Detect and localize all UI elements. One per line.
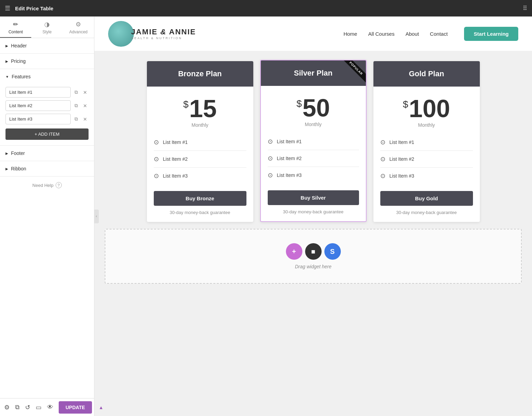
- style-icon: ◑: [44, 21, 50, 28]
- history-icon[interactable]: ↺: [25, 404, 30, 411]
- pricing-content: Bronze Plan $ 15 Monthly ⊙ List Item #1: [94, 51, 532, 416]
- card-header-gold: Gold Plan: [373, 61, 480, 87]
- section-features-label: Features: [12, 74, 31, 79]
- feature-row: ⊙ List Item #1: [380, 134, 473, 151]
- logo-circle: [108, 21, 134, 47]
- nav-about[interactable]: About: [405, 31, 419, 37]
- popular-badge: POPULAR: [342, 60, 366, 83]
- guarantee-gold: 30-day money-back guarantee: [380, 210, 473, 215]
- card-title-bronze: Bronze Plan: [154, 69, 246, 78]
- buy-bronze-button[interactable]: Buy Bronze: [154, 191, 246, 206]
- tab-style[interactable]: ◑ Style: [31, 16, 62, 38]
- logo-area: JAMIE & ANNIE HEALTH & NUTRITION: [108, 21, 196, 47]
- nav-home[interactable]: Home: [344, 31, 357, 37]
- pricing-card-bronze: Bronze Plan $ 15 Monthly ⊙ List Item #1: [147, 61, 253, 222]
- card-pricing-gold: $ 100 Monthly: [373, 87, 480, 134]
- sidebar-body: Header Pricing Features: [0, 38, 94, 398]
- arrow-right-icon-4: [5, 167, 8, 171]
- tab-content-label: Content: [9, 30, 23, 34]
- feature-item-2: ⧉ ✕: [5, 100, 89, 111]
- start-learning-button[interactable]: Start Learning: [464, 27, 518, 41]
- feature-row: ⊙ List Item #1: [154, 134, 246, 151]
- feature-copy-btn-3[interactable]: ⧉: [73, 114, 80, 124]
- tab-advanced[interactable]: ⚙ Advanced: [63, 16, 94, 38]
- logo-sub-text: HEALTH & NUTRITION: [131, 36, 196, 40]
- widget-square-icon[interactable]: ■: [305, 243, 322, 260]
- feature-text: List Item #2: [390, 156, 414, 162]
- card-footer-silver: Buy Silver 30-day money-back guarantee: [261, 183, 366, 221]
- feature-item-1: ⧉ ✕: [5, 87, 89, 98]
- section-footer-toggle[interactable]: Footer: [0, 146, 94, 161]
- collapse-handle[interactable]: ‹: [94, 210, 99, 223]
- drag-widget-text: Drag widget here: [295, 264, 332, 269]
- price-currency-gold: $: [403, 99, 408, 110]
- feature-text: List Item #2: [277, 156, 302, 161]
- price-display-bronze: $ 15: [154, 96, 246, 121]
- price-period-gold: Monthly: [380, 122, 473, 128]
- feature-copy-btn-2[interactable]: ⧉: [73, 101, 80, 111]
- feature-input-2[interactable]: [5, 100, 71, 111]
- arrow-down-icon: [5, 75, 9, 79]
- check-icon: ⊙: [154, 155, 159, 163]
- section-footer-label: Footer: [11, 150, 25, 156]
- card-features-gold: ⊙ List Item #1 ⊙ List Item #2 ⊙ List Ite…: [373, 134, 480, 184]
- widget-s-icon[interactable]: S: [324, 243, 341, 260]
- section-features-toggle[interactable]: Features: [0, 69, 94, 84]
- price-period-bronze: Monthly: [154, 122, 246, 128]
- nav-contact[interactable]: Contact: [430, 31, 448, 37]
- nav-all-courses[interactable]: All Courses: [368, 31, 395, 37]
- feature-text: List Item #3: [163, 173, 188, 179]
- section-pricing-toggle[interactable]: Pricing: [0, 54, 94, 69]
- device-icon[interactable]: ▭: [36, 404, 42, 411]
- section-ribbon-label: Ribbon: [11, 166, 26, 171]
- buy-silver-button[interactable]: Buy Silver: [268, 190, 359, 205]
- layers-icon[interactable]: ⧉: [15, 404, 20, 411]
- feature-row: ⊙ List Item #3: [380, 168, 473, 184]
- pricing-card-gold: Gold Plan $ 100 Monthly ⊙ List Item #1: [373, 61, 480, 222]
- card-features-silver: ⊙ List Item #1 ⊙ List Item #2 ⊙ List Ite…: [261, 133, 366, 183]
- pencil-icon: ✏: [13, 21, 18, 28]
- eye-icon[interactable]: 👁: [47, 404, 53, 411]
- settings-icon[interactable]: ⚙: [4, 404, 10, 411]
- need-help[interactable]: Need Help ?: [0, 177, 94, 194]
- guarantee-bronze: 30-day money-back guarantee: [154, 210, 246, 215]
- price-amount-bronze: 15: [189, 96, 217, 121]
- section-header-toggle[interactable]: Header: [0, 38, 94, 53]
- hamburger-icon[interactable]: ☰: [5, 4, 10, 12]
- arrow-right-icon-2: [5, 59, 8, 63]
- feature-delete-btn-1[interactable]: ✕: [82, 87, 89, 98]
- widget-add-icon[interactable]: +: [286, 243, 302, 260]
- section-ribbon: Ribbon: [0, 161, 94, 177]
- arrow-right-icon-3: [5, 151, 8, 155]
- check-icon: ⊙: [154, 172, 159, 180]
- section-header: Header: [0, 38, 94, 54]
- add-item-button[interactable]: + ADD ITEM: [5, 128, 89, 140]
- price-currency-silver: $: [297, 98, 302, 109]
- tab-content[interactable]: ✏ Content: [0, 16, 31, 38]
- feature-row: ⊙ List Item #2: [380, 151, 473, 168]
- buy-gold-button[interactable]: Buy Gold: [380, 191, 473, 206]
- update-button[interactable]: UPDATE: [59, 401, 92, 414]
- feature-text: List Item #1: [277, 139, 302, 144]
- card-footer-bronze: Buy Bronze 30-day money-back guarantee: [147, 184, 253, 222]
- price-currency-bronze: $: [183, 99, 189, 110]
- check-icon: ⊙: [268, 171, 273, 179]
- chevron-up-icon[interactable]: ▲: [99, 405, 104, 410]
- feature-text: List Item #3: [390, 173, 414, 179]
- price-display-gold: $ 100: [380, 96, 473, 121]
- preview-panel: JAMIE & ANNIE HEALTH & NUTRITION Home Al…: [94, 16, 532, 416]
- feature-delete-btn-2[interactable]: ✕: [82, 101, 89, 111]
- feature-copy-btn-1[interactable]: ⧉: [73, 87, 80, 98]
- feature-input-3[interactable]: [5, 114, 71, 124]
- feature-input-1[interactable]: [5, 87, 71, 98]
- grid-icon[interactable]: ⠿: [523, 4, 527, 12]
- pricing-card-silver: Silver Plan POPULAR $ 50 Monthly: [260, 60, 367, 222]
- logo-main-text: JAMIE & ANNIE: [131, 27, 196, 36]
- card-features-bronze: ⊙ List Item #1 ⊙ List Item #2 ⊙ List Ite…: [147, 134, 253, 184]
- section-ribbon-toggle[interactable]: Ribbon: [0, 161, 94, 176]
- card-header-silver: Silver Plan POPULAR: [261, 60, 366, 86]
- drag-widget-zone[interactable]: + ■ S Drag widget here: [105, 229, 522, 284]
- arrow-right-icon: [5, 44, 8, 48]
- feature-delete-btn-3[interactable]: ✕: [82, 114, 89, 124]
- price-amount-gold: 100: [409, 96, 450, 121]
